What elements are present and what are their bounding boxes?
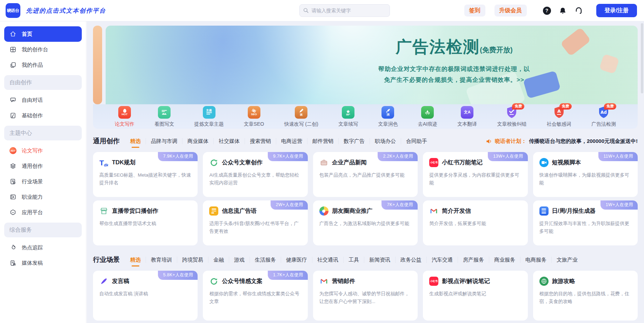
scrollbar-thumb[interactable] [641,23,643,93]
free-badge: 免费 [604,103,616,110]
quick-tool-ad-law-check[interactable]: Ad 免费 广告法检测 [591,106,616,127]
ad-copy-icon [209,206,218,216]
tab[interactable]: 搜索营销 [245,138,276,144]
quick-tool-sensitive-words[interactable]: A 免费 社会敏感词 [547,106,571,127]
gmail-icon [429,206,438,216]
hexagon-app-icon [9,209,16,216]
upgrade-member-button[interactable]: 升级会员 [494,5,527,17]
page-scrollbar[interactable] [641,23,643,321]
tab[interactable]: 社交媒体 [214,138,245,144]
sidebar-item-home[interactable]: 首页 [4,26,82,42]
quick-tool-image-to-text[interactable]: 看图写文 [154,106,174,127]
usage-badge: 2W+人在使用 [271,200,308,210]
tool-card-report-generator[interactable]: 1W+人在使用 日/周/月报生成器 提升汇报效率与丰富性，为升职加薪提供更多可能 [533,200,638,245]
search-box[interactable] [299,4,390,17]
tab[interactable]: 电商服务 [520,257,552,263]
tab[interactable]: 房产服务 [458,257,489,263]
tab[interactable]: 新闻资讯 [364,257,396,263]
doc-lines-icon [9,178,16,185]
tab[interactable]: 数字广告 [339,138,370,144]
sidebar-item-industry-scenes[interactable]: 行业场景 [4,174,82,189]
usage-badge: 13W+人在使用 [488,152,527,161]
tab[interactable]: 汽车交通 [427,257,458,263]
quick-tool-remove-ai-trace[interactable]: 去AI痕迹 [418,106,437,127]
tool-card-feed-ad-copy[interactable]: 2W+人在使用 信息流广告语 适用于头条/抖音/朋友圈/小红书等平台，广告更有效 [203,200,307,245]
tab[interactable]: 邮件营销 [307,138,339,144]
quick-tool-translate[interactable]: 文A 文本翻译 [457,106,477,127]
sidebar-section-label: 综合服务 [9,226,32,234]
quick-tool-article-seo[interactable]: SEO 文章SEO [244,106,264,127]
search-input[interactable] [299,4,390,17]
announcement-banner[interactable]: 晓语者计划： 传播晓语台与您的故事，200000元现金派送中! [486,138,638,145]
tool-card-travel-guide[interactable]: 旅游攻略 根据您的目的地，提供包括路线，花费，住宿，美食的攻略 [533,271,638,321]
wechat-official-icon [209,158,218,167]
tab[interactable]: 政务公益 [396,257,427,263]
tab[interactable]: 工具 [344,257,364,263]
id-card-icon [9,193,16,200]
continue-write-icon [342,106,354,119]
tool-card-xiaohongshu-notes[interactable]: 13W+人在使用 小红书小红书万能笔记 提供更多分享灵感，为内容权重提供更多可能 [423,152,527,197]
quick-tool-proofread[interactable]: 免费 文章校验纠错 [497,106,526,127]
bell-icon[interactable] [559,7,567,15]
sensitive-words-shield-icon: A 免费 [553,106,565,119]
usage-badge: 7.9K+人在使用 [158,152,198,161]
tab[interactable]: 教育培训 [146,257,177,263]
quick-tool-continue-writing[interactable]: 文章续写 [338,106,358,127]
industry-section-header: 行业场景 精选 教育培训 跨境贸易 金融 游戏 生活服务 健康医疗 社交通讯 工… [93,252,638,267]
tab[interactable]: 健康医疗 [281,257,312,263]
tool-card-wechat-emotion[interactable]: 1.7K+人在使用 公众号情感文案 根据你的需求，帮你生成情感文案类公众号文章 [203,271,307,321]
tab[interactable]: 金融 [208,257,229,263]
tab[interactable]: 社交通讯 [312,257,344,263]
app-logo[interactable]: 晓语台 [6,3,20,18]
help-icon[interactable]: ? [543,7,551,15]
tab[interactable]: 生活服务 [250,257,281,263]
tab[interactable]: 合同助手 [401,138,432,144]
sidebar-item-my-workspace[interactable]: 我的创作台 [4,42,82,57]
tool-card-livestream-script[interactable]: 直播带货口播创作 帮你生成直播带货话术文稿 [93,200,198,245]
sidebar-section-label: 自由创作 [9,79,32,86]
sign-in-button[interactable]: 签到 [464,5,485,17]
quick-tool-extract-topic[interactable]: 主题 提炼文章主题 [194,106,224,127]
tool-card-tdk[interactable]: 7.9K+人在使用 TdkTDK规划 高质量SEO标题、Meta描述和关键字，快… [93,152,198,197]
quick-tool-paper-writing[interactable]: HOT 论文写作 [115,106,134,127]
tool-card-speech-draft[interactable]: 5.8K+人在使用 发言稿 自动生成发言稿 演讲稿 [93,271,198,321]
tab-featured[interactable]: 精选 [125,257,146,263]
layers-icon [9,163,16,170]
usage-badge: 7K+人在使用 [381,200,418,210]
quick-tool-quick-rewrite[interactable]: 改 快速改写 (二创) [284,106,318,127]
tab[interactable]: 商业服务 [489,257,520,263]
tool-card-short-video-script[interactable]: 11W+人在使用 短视频脚本 快速创作吸睛脚本，为爆款视频提供更多可能 [533,152,638,197]
tab[interactable]: 职场办公 [370,138,401,144]
sidebar-item-app-platform[interactable]: 应用平台 [4,205,82,220]
section-title: 行业场景 [93,255,120,264]
tab[interactable]: 电商运营 [276,138,307,144]
sidebar-item-media-publishing[interactable]: 媒体发稿 [4,255,82,271]
tab[interactable]: 文旅产业 [552,257,583,263]
usage-badge: 1.7K+人在使用 [268,271,308,280]
tab-featured[interactable]: 精选 [125,138,146,144]
tool-card-marketing-email[interactable]: 营销邮件 为您撰写令人感动、诚挚的节日祝福邮件，让您在客户心中留下深刻... [313,271,418,321]
tab[interactable]: 游戏 [229,257,250,263]
sidebar-item-basic-creation[interactable]: 基础创作 [4,108,82,123]
quick-tool-polish[interactable]: 润 文章润色 [378,106,398,127]
ad-law-shield-icon: Ad 免费 [597,106,610,119]
sidebar-item-paper-writing[interactable]: HOT 论文写作 [4,143,82,158]
tab[interactable]: 品牌与市调 [146,138,182,144]
login-register-button[interactable]: 登录/注册 [596,4,637,17]
sidebar-item-free-chat[interactable]: 自由对话 [4,92,82,108]
tool-card-moments-promotion[interactable]: 7K+人在使用 朋友圈商业推广 广而告之，为激活私域影响力提供更多可能 [313,200,418,245]
tool-card-movie-review-notes[interactable]: 小红书影视点评/解说笔记 生成影视点评或解说类笔记 [423,271,527,321]
industry-tabs: 精选 教育培训 跨境贸易 金融 游戏 生活服务 健康医疗 社交通讯 工具 新闻资… [125,257,583,263]
sidebar-item-career-skills[interactable]: 职业能力 [4,189,82,205]
carousel-prev-slide[interactable] [93,26,102,104]
headset-icon[interactable] [575,6,583,15]
tool-card-product-news[interactable]: 2.2K+人在使用 企业产品新闻 包装产品亮点，为产品推广提供更多可能 [313,152,418,197]
sidebar-item-hot-topics[interactable]: 热点追踪 [4,240,82,255]
tab[interactable]: 商业媒体 [182,138,214,144]
tool-card-wechat-article[interactable]: 9.7K+人在使用 公众号文章创作 AI生成高质量原创公众号文章，帮助您轻松实现… [203,152,307,197]
ad-law-banner[interactable]: 广告法检测(免费开放) 帮助企业对文字中存在的极限词或违禁词进行处理，以 免产生… [106,26,638,104]
sidebar-item-general-creation[interactable]: 通用创作 [4,158,82,174]
tool-card-intro-letter[interactable]: 简介开发信 简介开发信，拓展更多可能 [423,200,527,245]
sidebar-item-my-works[interactable]: 我的作品 [4,57,82,73]
tab[interactable]: 跨境贸易 [177,257,208,263]
